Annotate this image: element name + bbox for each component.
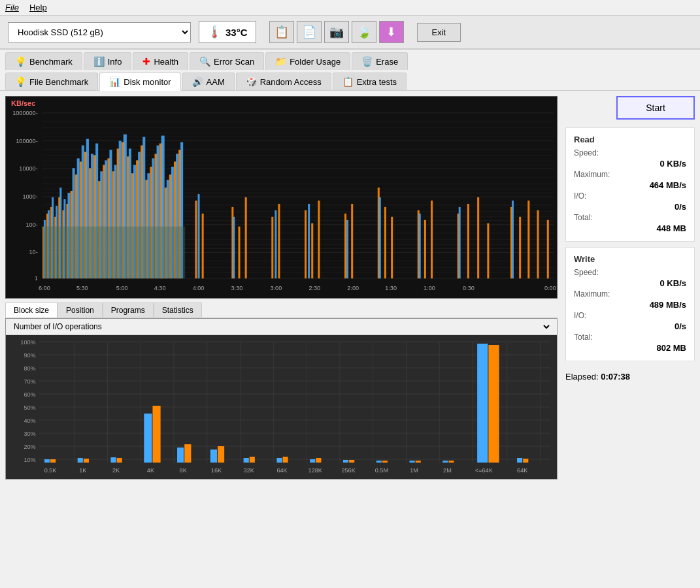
bottom-section: Block size Position Programs Statistics … bbox=[5, 302, 558, 480]
tab-benchmark[interactable]: 💡 Benchmark bbox=[5, 52, 82, 70]
svg-text:100-: 100- bbox=[25, 221, 37, 228]
svg-rect-115 bbox=[384, 207, 386, 278]
read-max-value: 464 MB/s bbox=[650, 180, 686, 190]
svg-rect-200 bbox=[250, 457, 255, 463]
tab-folderusage[interactable]: 📁 Folder Usage bbox=[265, 52, 350, 70]
temperature-display: 🌡️ 33°C bbox=[199, 21, 256, 43]
write-speed-label: Speed: bbox=[574, 268, 599, 277]
disk-selector[interactable]: Hoodisk SSD (512 gB) bbox=[8, 22, 191, 42]
tab-erase[interactable]: 🗑️ Erase bbox=[352, 52, 408, 70]
tab-position[interactable]: Position bbox=[58, 302, 103, 318]
tab-filebenchmark-label: File Benchmark bbox=[29, 77, 88, 87]
tab-health-label: Health bbox=[154, 57, 178, 67]
svg-rect-112 bbox=[344, 214, 346, 278]
svg-text:0.5M: 0.5M bbox=[375, 467, 388, 474]
svg-text:1000-: 1000- bbox=[22, 193, 37, 200]
write-stats: Write Speed: 0 KB/s Maximum: 489 MB/s I/… bbox=[565, 247, 695, 361]
write-io-value: 0/s bbox=[675, 321, 686, 331]
write-title: Write bbox=[574, 254, 686, 264]
tab-info[interactable]: ℹ️ Info bbox=[84, 52, 132, 70]
svg-rect-134 bbox=[379, 197, 381, 278]
write-speed-value: 0 KB/s bbox=[660, 278, 686, 288]
svg-text:32K: 32K bbox=[244, 467, 254, 474]
tab-randomaccess-label: Random Access bbox=[260, 77, 322, 87]
filebenchmark-icon: 💡 bbox=[15, 76, 26, 87]
copy-btn1[interactable]: 📋 bbox=[269, 21, 294, 43]
svg-rect-191 bbox=[110, 457, 116, 463]
svg-text:0:30: 0:30 bbox=[463, 285, 475, 291]
download-btn[interactable]: ⬇ bbox=[379, 21, 404, 43]
write-total-row: Total: bbox=[574, 333, 686, 342]
screenshot-btn[interactable]: 📷 bbox=[324, 21, 349, 43]
svg-rect-187 bbox=[44, 459, 50, 463]
svg-rect-130 bbox=[233, 217, 235, 278]
tab-statistics[interactable]: Statistics bbox=[154, 302, 202, 318]
tab-filebenchmark[interactable]: 💡 File Benchmark bbox=[5, 73, 98, 90]
svg-rect-137 bbox=[512, 201, 514, 278]
folderusage-icon: 📁 bbox=[275, 56, 286, 67]
tab-programs[interactable]: Programs bbox=[103, 302, 154, 318]
svg-rect-110 bbox=[311, 223, 313, 278]
svg-rect-131 bbox=[275, 210, 276, 278]
main-content: KB/sec bbox=[0, 91, 700, 588]
svg-rect-194 bbox=[152, 406, 160, 463]
write-max-label: Maximum: bbox=[574, 289, 610, 299]
health-icon: ✚ bbox=[142, 56, 150, 67]
svg-rect-106 bbox=[245, 197, 247, 278]
svg-text:3:00: 3:00 bbox=[270, 285, 282, 291]
svg-text:30%: 30% bbox=[24, 431, 35, 437]
tabrow-2: 💡 File Benchmark 📊 Disk monitor 🔊 AAM 🎲 … bbox=[5, 70, 695, 90]
svg-text:4:00: 4:00 bbox=[193, 285, 205, 291]
tab-aam-label: AAM bbox=[207, 77, 225, 87]
menu-help[interactable]: Help bbox=[29, 3, 47, 12]
svg-rect-109 bbox=[305, 210, 307, 278]
svg-text:4:30: 4:30 bbox=[154, 285, 166, 291]
read-total-label: Total: bbox=[574, 213, 593, 222]
tab-diskmonitor[interactable]: 📊 Disk monitor bbox=[99, 73, 180, 91]
read-total-row: Total: bbox=[574, 213, 686, 222]
tab-health[interactable]: ✚ Health bbox=[133, 52, 188, 70]
svg-rect-107 bbox=[271, 217, 273, 278]
tab-blocksize[interactable]: Block size bbox=[5, 302, 58, 318]
tab-extratests[interactable]: 📋 Extra tests bbox=[333, 73, 407, 90]
svg-text:10000-: 10000- bbox=[19, 165, 37, 172]
svg-text:8K: 8K bbox=[180, 467, 187, 474]
leaf-btn[interactable]: 🍃 bbox=[352, 21, 376, 43]
read-stats: Read Speed: 0 KB/s Maximum: 464 MB/s I/O… bbox=[565, 127, 695, 242]
toolbar-icon-group: 📋 📄 📷 🍃 ⬇ bbox=[269, 21, 404, 43]
svg-text:64K: 64K bbox=[276, 467, 287, 474]
blocksize-chart-svg: 100% 90% 80% 70% 60% 50% 40% 30% 20% 10% bbox=[6, 335, 557, 479]
svg-text:1000000-: 1000000- bbox=[12, 110, 38, 116]
exit-button[interactable]: Exit bbox=[417, 23, 461, 42]
write-max-value-row: 489 MB/s bbox=[574, 300, 686, 310]
tab-erase-label: Erase bbox=[376, 57, 398, 67]
tab-diskmonitor-label: Disk monitor bbox=[124, 77, 171, 87]
svg-rect-128 bbox=[547, 220, 549, 278]
svg-text:3:30: 3:30 bbox=[231, 285, 243, 291]
chart-y-label: KB/sec bbox=[11, 99, 35, 107]
read-speed-value: 0 KB/s bbox=[660, 159, 686, 169]
svg-text:256K: 256K bbox=[341, 467, 355, 474]
read-io-value: 0/s bbox=[675, 202, 686, 212]
svg-rect-103 bbox=[202, 214, 204, 278]
svg-text:60%: 60% bbox=[24, 391, 35, 398]
svg-rect-122 bbox=[477, 197, 479, 278]
tab-aam[interactable]: 🔊 AAM bbox=[182, 73, 235, 90]
svg-rect-105 bbox=[238, 227, 240, 278]
svg-rect-189 bbox=[78, 458, 83, 463]
menu-file[interactable]: File bbox=[5, 3, 19, 12]
svg-text:40%: 40% bbox=[24, 417, 35, 424]
svg-rect-126 bbox=[527, 201, 529, 278]
write-io-label: I/O: bbox=[574, 311, 586, 320]
tab-errorscan[interactable]: 🔍 Error Scan bbox=[190, 52, 264, 70]
copy-btn2[interactable]: 📄 bbox=[297, 21, 322, 43]
svg-text:10%: 10% bbox=[24, 457, 35, 463]
bottom-chart-select[interactable]: Number of I/O operations bbox=[11, 321, 552, 332]
svg-rect-204 bbox=[316, 458, 321, 463]
tab-randomaccess[interactable]: 🎲 Random Access bbox=[236, 73, 331, 90]
svg-rect-127 bbox=[537, 210, 539, 278]
read-speed-value-row: 0 KB/s bbox=[574, 159, 686, 169]
svg-rect-108 bbox=[278, 204, 280, 278]
svg-rect-206 bbox=[349, 460, 354, 463]
start-button[interactable]: Start bbox=[616, 96, 695, 120]
